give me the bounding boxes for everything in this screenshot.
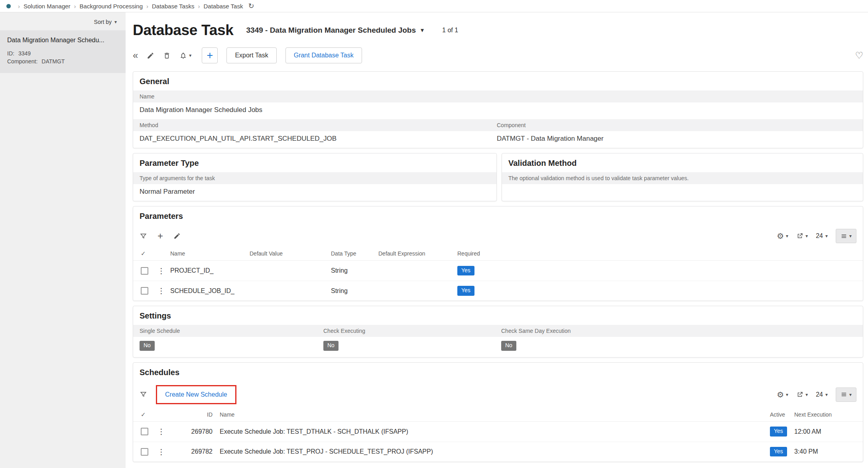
column-default-value[interactable]: Default Value (250, 250, 331, 257)
schedules-title: Schedules (133, 363, 863, 381)
row-menu-kebab-icon[interactable]: ⋮ (157, 287, 165, 295)
param-data-type: String (331, 287, 378, 295)
active-badge: Yes (770, 447, 787, 457)
check-executing-label: Check Executing (323, 328, 501, 334)
parameters-export-dropdown[interactable]: ▾ (796, 232, 808, 240)
select-all-check-icon[interactable]: ✓ (133, 411, 157, 418)
filter-icon[interactable] (140, 232, 147, 240)
select-all-check-icon[interactable]: ✓ (133, 250, 157, 257)
schedules-page-size-dropdown[interactable]: 24 ▾ (816, 391, 828, 398)
row-menu-kebab-icon[interactable]: ⋮ (157, 428, 165, 435)
sort-by-label: Sort by (94, 19, 112, 25)
list-item-component-row: Component:DATMGT (7, 57, 118, 65)
list-item-id-label: ID: (7, 50, 14, 57)
validation-method-title: Validation Method (502, 153, 863, 172)
column-id[interactable]: ID (170, 411, 213, 418)
table-row[interactable]: ⋮ SCHEDULE_JOB_ID_ String Yes (133, 281, 863, 301)
edit-parameters-icon[interactable] (173, 232, 181, 240)
parameters-table-header: ✓ Name Default Value Data Type Default E… (133, 247, 863, 261)
column-data-type[interactable]: Data Type (331, 250, 378, 257)
breadcrumb: Solution Manager Background Processing D… (14, 3, 243, 10)
sort-by-caret-icon: ▾ (114, 20, 117, 24)
filter-icon[interactable] (140, 391, 147, 398)
table-row[interactable]: ⋮ 269782 Execute Schedule Job: TEST_PROJ… (133, 442, 863, 462)
refresh-icon[interactable]: ↻ (248, 2, 254, 10)
validation-method-description: The optional validation method is used t… (502, 172, 863, 184)
create-new-schedule-button[interactable]: Create New Schedule (158, 387, 234, 402)
breadcrumb-solution-manager[interactable]: Solution Manager (24, 3, 80, 10)
breadcrumb-database-tasks[interactable]: Database Tasks (152, 3, 203, 10)
list-item-title: Data Migration Manager Schedu... (7, 37, 118, 44)
list-item[interactable]: Data Migration Manager Schedu... ID:3349… (0, 30, 126, 73)
parameters-page-size-value: 24 (816, 232, 823, 240)
row-checkbox[interactable] (141, 448, 148, 456)
validation-method-value-empty (502, 184, 863, 201)
parameters-toolbar-right: ⚙ ▾ ▾ 24 ▾ (777, 229, 856, 243)
add-parameter-icon[interactable]: + (157, 231, 163, 241)
general-component-value: DATMGT - Data Migration Manager (497, 135, 856, 143)
row-checkbox[interactable] (141, 267, 148, 275)
general-name-value: Data Migration Manager Scheduled Jobs (133, 102, 863, 119)
parameters-view-mode-button[interactable]: ▾ (836, 229, 856, 243)
gear-icon: ⚙ (777, 232, 784, 240)
column-name[interactable]: Name (170, 250, 250, 257)
record-pagination: 1 of 1 (442, 27, 458, 34)
param-name: PROJECT_ID_ (170, 267, 250, 274)
table-row[interactable]: ⋮ 269780 Execute Schedule Job: TEST_DTHA… (133, 422, 863, 442)
collapse-sidebar-icon[interactable]: « (133, 51, 138, 60)
column-name[interactable]: Name (220, 411, 770, 418)
param-name: SCHEDULE_JOB_ID_ (170, 287, 250, 295)
schedules-settings-dropdown[interactable]: ⚙ ▾ (777, 391, 788, 399)
favorite-heart-icon[interactable]: ♡ (855, 51, 863, 60)
column-required[interactable]: Required (457, 250, 863, 257)
general-method-component-values: DAT_EXECUTION_PLAN_UTIL_API.START_SCHEDU… (133, 131, 863, 148)
table-row[interactable]: ⋮ PROJECT_ID_ String Yes (133, 261, 863, 281)
check-same-day-badge: No (501, 341, 516, 351)
schedules-export-dropdown[interactable]: ▾ (796, 391, 808, 398)
grant-database-task-button[interactable]: Grant Database Task (285, 47, 362, 63)
schedule-next-execution: 3:40 PM (794, 448, 863, 455)
delete-icon[interactable] (163, 52, 171, 59)
export-icon (796, 232, 803, 240)
sort-by-control[interactable]: Sort by ▾ (0, 12, 126, 30)
app-logo-dot-icon[interactable] (6, 4, 11, 8)
parameter-type-card: Parameter Type Type of arguments for the… (133, 153, 497, 201)
validation-method-card: Validation Method The optional validatio… (502, 153, 863, 201)
row-menu-kebab-icon[interactable]: ⋮ (157, 448, 165, 456)
row-checkbox[interactable] (141, 428, 148, 435)
parameter-validation-row: Parameter Type Type of arguments for the… (133, 153, 863, 201)
list-item-component-value: DATMGT (41, 58, 65, 65)
settings-card: Settings Single Schedule Check Executing… (133, 306, 863, 358)
command-bar: « ▾ + Export Task Grant Database Task ♡ (133, 45, 863, 66)
gear-caret-icon: ▾ (786, 234, 788, 238)
schedule-id: 269780 (170, 428, 213, 435)
list-view-icon (840, 233, 847, 240)
check-executing-badge: No (323, 341, 339, 351)
add-record-button[interactable]: + (202, 47, 218, 63)
column-default-expression[interactable]: Default Expression (378, 250, 457, 257)
list-item-id-value: 3349 (18, 50, 31, 57)
single-schedule-label: Single Schedule (140, 328, 323, 334)
column-next-execution[interactable]: Next Execution (794, 411, 863, 418)
column-active[interactable]: Active (770, 411, 794, 418)
breadcrumb-background-processing[interactable]: Background Processing (80, 3, 152, 10)
row-menu-kebab-icon[interactable]: ⋮ (157, 267, 165, 275)
edit-icon[interactable] (147, 52, 154, 59)
notifications-dropdown[interactable]: ▾ (179, 52, 191, 59)
row-checkbox[interactable] (141, 287, 148, 295)
export-task-button[interactable]: Export Task (226, 47, 276, 63)
general-name-label: Name (133, 90, 863, 102)
annotation-highlight-box: Create New Schedule (156, 385, 236, 404)
parameters-page-size-dropdown[interactable]: 24 ▾ (816, 232, 828, 240)
general-card: General Name Data Migration Manager Sche… (133, 71, 863, 148)
active-badge: Yes (770, 427, 787, 437)
page-size-caret-icon: ▾ (825, 234, 828, 238)
schedule-id: 269782 (170, 448, 213, 455)
parameters-settings-dropdown[interactable]: ⚙ ▾ (777, 232, 788, 240)
page-header: Database Task 3349 - Data Migration Mana… (133, 22, 863, 39)
schedule-name: Execute Schedule Job: TEST_DTHALK - SCH_… (220, 428, 770, 435)
schedules-view-mode-button[interactable]: ▾ (836, 387, 856, 402)
general-method-value: DAT_EXECUTION_PLAN_UTIL_API.START_SCHEDU… (140, 135, 497, 143)
record-selector-dropdown[interactable]: 3349 - Data Migration Manager Scheduled … (246, 26, 424, 35)
breadcrumb-database-task[interactable]: Database Task (203, 3, 243, 10)
